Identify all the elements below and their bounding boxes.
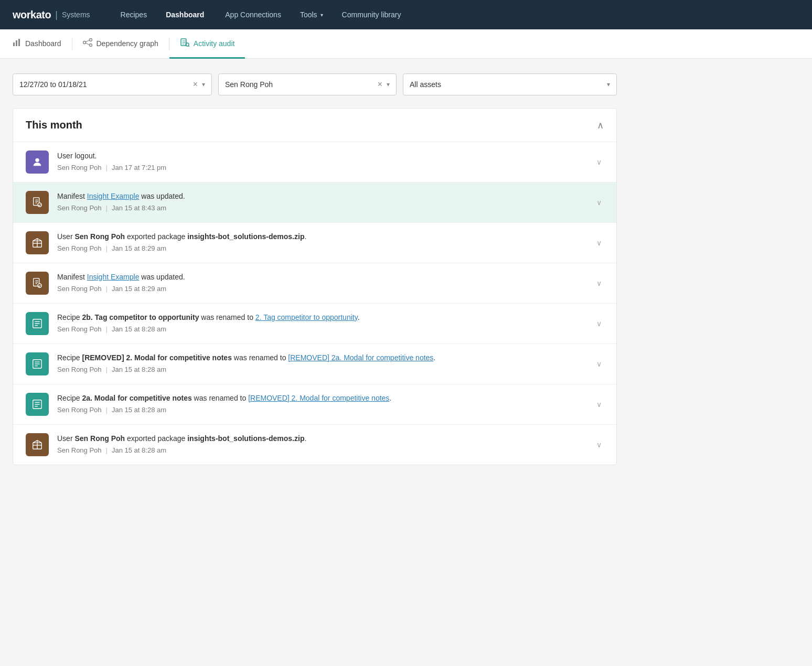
recipe-icon: [26, 393, 49, 416]
nav-item-community-library[interactable]: Community library: [333, 0, 411, 29]
subnav-dashboard[interactable]: Dashboard: [13, 29, 72, 59]
expand-icon[interactable]: ∨: [594, 358, 604, 370]
audit-content: User Sen Rong Poh exported package insig…: [57, 433, 594, 454]
audit-meta: Sen Rong Poh | Jan 15 at 8:43 am: [57, 204, 594, 212]
expand-icon[interactable]: ∨: [594, 156, 604, 168]
user-clear-icon[interactable]: ×: [378, 80, 382, 89]
insight-example-link[interactable]: Insight Example: [87, 192, 140, 200]
date-range-clear-icon[interactable]: ×: [193, 80, 198, 89]
svg-point-3: [83, 41, 86, 44]
chart-icon: [13, 38, 21, 49]
audit-user: Sen Rong Poh: [57, 204, 102, 212]
user-chevron-icon: ▾: [387, 81, 390, 88]
audit-message: Manifest Insight Example was updated.: [57, 272, 594, 283]
user-filter-value: Sen Rong Poh: [225, 80, 373, 89]
tools-arrow-icon: ▾: [320, 12, 323, 18]
recipe-link[interactable]: 2. Tag competitor to opportunity: [255, 313, 358, 321]
nav-item-tools[interactable]: Tools ▾: [291, 0, 333, 29]
assets-chevron-icon: ▾: [607, 81, 610, 88]
audit-meta: Sen Rong Poh | Jan 15 at 8:28 am: [57, 325, 594, 333]
date-range-value: 12/27/20 to 01/18/21: [19, 80, 189, 89]
audit-message: Manifest Insight Example was updated.: [57, 191, 594, 202]
audit-message: Recipe [REMOVED] 2. Modal for competitiv…: [57, 352, 594, 363]
assets-filter-value: All assets: [410, 80, 603, 89]
audit-content: User Sen Rong Poh exported package insig…: [57, 231, 594, 252]
audit-message: Recipe 2b. Tag competitor to opportunity…: [57, 312, 594, 323]
recipe-link[interactable]: [REMOVED] 2. Modal for competitive notes: [248, 394, 389, 402]
audit-meta: Sen Rong Poh | Jan 15 at 8:28 am: [57, 366, 594, 373]
audit-content: Manifest Insight Example was updated. Se…: [57, 272, 594, 293]
audit-user: Sen Rong Poh: [57, 366, 102, 373]
audit-icon: [180, 38, 189, 49]
subnav-activity-audit[interactable]: Activity audit: [169, 29, 245, 59]
svg-point-5: [89, 44, 92, 46]
section-collapse-icon[interactable]: ∧: [597, 120, 604, 131]
assets-filter[interactable]: All assets ▾: [403, 73, 617, 95]
expand-icon[interactable]: ∨: [594, 237, 604, 249]
audit-user: Sen Rong Poh: [57, 285, 102, 293]
audit-meta: Sen Rong Poh | Jan 15 at 8:29 am: [57, 244, 594, 252]
nav-items: Recipes Dashboard App Connections Tools …: [111, 0, 799, 29]
audit-timestamp: Jan 15 at 8:28 am: [112, 406, 166, 414]
audit-item[interactable]: Manifest Insight Example was updated. Se…: [13, 182, 616, 222]
subnav-audit-label: Activity audit: [194, 39, 235, 48]
svg-line-7: [86, 43, 90, 45]
audit-item[interactable]: User logout. Sen Rong Poh | Jan 17 at 7:…: [13, 142, 616, 182]
audit-item[interactable]: Recipe [REMOVED] 2. Modal for competitiv…: [13, 343, 616, 384]
expand-icon[interactable]: ∨: [594, 317, 604, 330]
logo-area: workato | Systems: [13, 9, 90, 21]
recipe-link[interactable]: [REMOVED] 2a. Modal for competitive note…: [288, 353, 433, 362]
audit-timestamp: Jan 15 at 8:43 am: [112, 204, 166, 212]
expand-icon[interactable]: ∨: [594, 196, 604, 209]
audit-user: Sen Rong Poh: [57, 406, 102, 414]
expand-icon[interactable]: ∨: [594, 438, 604, 451]
section-title: This month: [26, 119, 82, 131]
subnav-dependency-graph[interactable]: Dependency graph: [72, 29, 169, 59]
audit-item[interactable]: Recipe 2b. Tag competitor to opportunity…: [13, 303, 616, 343]
audit-item[interactable]: User Sen Rong Poh exported package insig…: [13, 222, 616, 263]
user-filter[interactable]: Sen Rong Poh × ▾: [218, 73, 397, 95]
audit-item[interactable]: Recipe 2a. Modal for competitive notes w…: [13, 384, 616, 424]
audit-timestamp: Jan 15 at 8:29 am: [112, 244, 166, 252]
audit-user: Sen Rong Poh: [57, 446, 102, 454]
subnav-dashboard-label: Dashboard: [25, 39, 61, 48]
audit-item[interactable]: User Sen Rong Poh exported package insig…: [13, 424, 616, 465]
main-content: 12/27/20 to 01/18/21 × ▾ Sen Rong Poh × …: [0, 59, 629, 480]
svg-rect-0: [13, 42, 15, 46]
svg-point-4: [89, 38, 92, 41]
logo-divider: |: [55, 9, 58, 20]
recipe-icon: [26, 312, 49, 335]
svg-rect-1: [16, 40, 17, 46]
audit-message: User Sen Rong Poh exported package insig…: [57, 433, 594, 444]
svg-rect-2: [18, 39, 20, 46]
audit-timestamp: Jan 15 at 8:29 am: [112, 285, 166, 293]
audit-section: This month ∧ User logout. Sen Rong Poh |…: [13, 108, 617, 465]
audit-content: Recipe [REMOVED] 2. Modal for competitiv…: [57, 352, 594, 373]
audit-message: User logout.: [57, 151, 594, 162]
audit-timestamp: Jan 15 at 8:28 am: [112, 366, 166, 373]
date-range-filter[interactable]: 12/27/20 to 01/18/21 × ▾: [13, 73, 212, 95]
audit-message: Recipe 2a. Modal for competitive notes w…: [57, 393, 594, 404]
audit-content: User logout. Sen Rong Poh | Jan 17 at 7:…: [57, 151, 594, 171]
graph-icon: [83, 38, 92, 49]
audit-meta: Sen Rong Poh | Jan 15 at 8:29 am: [57, 285, 594, 293]
audit-item[interactable]: Manifest Insight Example was updated. Se…: [13, 263, 616, 303]
audit-content: Recipe 2a. Modal for competitive notes w…: [57, 393, 594, 414]
logo-subtitle: Systems: [62, 10, 90, 19]
audit-content: Recipe 2b. Tag competitor to opportunity…: [57, 312, 594, 333]
package-icon: [26, 433, 49, 456]
audit-content: Manifest Insight Example was updated. Se…: [57, 191, 594, 212]
audit-meta: Sen Rong Poh | Jan 15 at 8:28 am: [57, 406, 594, 414]
nav-item-app-connections[interactable]: App Connections: [216, 0, 291, 29]
nav-item-recipes[interactable]: Recipes: [111, 0, 157, 29]
recipe-icon: [26, 352, 49, 375]
expand-icon[interactable]: ∨: [594, 277, 604, 289]
audit-timestamp: Jan 15 at 8:28 am: [112, 325, 166, 333]
audit-user: Sen Rong Poh: [57, 325, 102, 333]
filters-bar: 12/27/20 to 01/18/21 × ▾ Sen Rong Poh × …: [13, 73, 617, 95]
sub-navigation: Dashboard Dependency graph Activity audi…: [0, 29, 812, 59]
expand-icon[interactable]: ∨: [594, 398, 604, 411]
insight-example-link[interactable]: Insight Example: [87, 273, 140, 281]
nav-item-dashboard[interactable]: Dashboard: [156, 0, 216, 29]
date-range-chevron-icon: ▾: [202, 81, 205, 88]
